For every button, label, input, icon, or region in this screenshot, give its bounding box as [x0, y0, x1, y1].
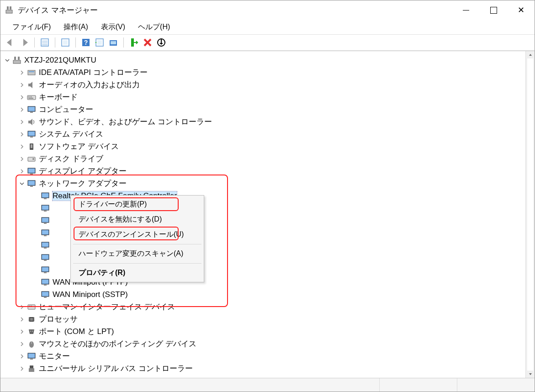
properties-button[interactable] [59, 36, 72, 49]
speaker-icon [27, 118, 36, 126]
svg-rect-50 [44, 223, 47, 224]
svg-rect-65 [44, 285, 47, 286]
expander-closed-icon[interactable] [19, 353, 25, 360]
tree-item-label: IDE ATA/ATAPI コントローラー [39, 67, 148, 78]
close-button[interactable]: ✕ [507, 0, 535, 20]
tree-item-mouse[interactable]: マウスとそのほかのポインティング デバイス [3, 338, 525, 350]
svg-rect-2 [6, 10, 12, 13]
tree-item-computer[interactable]: コンピューター [3, 103, 525, 116]
expander-closed-icon[interactable] [19, 94, 25, 101]
ctx-properties[interactable]: プロパティ(R) [72, 265, 202, 281]
enable-device-button[interactable] [127, 36, 140, 49]
svg-rect-30 [28, 132, 35, 136]
menu-view[interactable]: 表示(V) [95, 21, 132, 34]
maximize-button[interactable] [480, 0, 507, 20]
device-manager-icon [5, 6, 13, 14]
list-view-button[interactable] [38, 36, 51, 49]
expander-closed-icon[interactable] [19, 119, 25, 125]
expander-open-icon[interactable] [19, 180, 25, 187]
network-adapter-icon [41, 266, 50, 274]
tree-item-network-sstp[interactable]: WAN Miniport (SSTP) [3, 288, 525, 301]
disk-drive-icon [27, 155, 36, 163]
tree-item-software[interactable]: ソフトウェア デバイス [3, 140, 525, 153]
menu-help[interactable]: ヘルプ(H) [132, 21, 176, 34]
tree-item-audio[interactable]: オーディオの入力および出力 [3, 79, 525, 91]
processor-icon [27, 315, 36, 323]
tree-item-disk[interactable]: ディスク ドライブ [3, 153, 525, 165]
ctx-scan-hardware[interactable]: ハードウェア変更のスキャン(A) [72, 246, 202, 261]
tree-item-label: ディスプレイ アダプター [39, 166, 127, 176]
svg-rect-56 [44, 248, 47, 249]
disable-device-button[interactable] [155, 36, 168, 49]
help-button[interactable]: ? [79, 36, 92, 49]
expander-closed-icon[interactable] [19, 106, 25, 113]
expander-closed-icon[interactable] [19, 341, 25, 347]
tree-item-processor[interactable]: プロセッサ [3, 313, 525, 325]
expander-open-icon[interactable] [4, 57, 11, 64]
tree-item-monitor[interactable]: モニター [3, 350, 525, 362]
network-adapter-icon [41, 204, 50, 212]
update-driver-button[interactable] [107, 36, 120, 49]
back-button[interactable] [4, 36, 17, 49]
tree-item-usb[interactable]: ユニバーサル シリアル バス コントローラー [3, 362, 525, 375]
tree-item-system[interactable]: システム デバイス [3, 128, 525, 140]
expander-closed-icon[interactable] [19, 328, 25, 335]
tree-item-ide[interactable]: IDE ATA/ATAPI コントローラー [3, 66, 525, 79]
expander-closed-icon[interactable] [19, 143, 25, 150]
svg-rect-16 [14, 57, 16, 60]
svg-rect-44 [44, 198, 47, 199]
tree-item-label: ポート (COM と LPT) [39, 326, 114, 337]
tree-item-ports[interactable]: ポート (COM と LPT) [3, 325, 525, 338]
toolbar: ? [0, 34, 535, 51]
svg-rect-17 [18, 57, 20, 60]
svg-point-35 [32, 158, 34, 160]
svg-rect-21 [27, 95, 36, 100]
svg-rect-3 [41, 39, 48, 46]
menubar: ファイル(F) 操作(A) 表示(V) ヘルプ(H) [0, 20, 535, 34]
tree-item-sound[interactable]: サウンド、ビデオ、およびゲーム コントローラー [3, 116, 525, 128]
minimize-button[interactable] [452, 0, 480, 20]
expander-closed-icon[interactable] [19, 69, 25, 76]
expander-closed-icon[interactable] [19, 82, 25, 88]
scroll-down-button[interactable] [526, 371, 535, 378]
expander-closed-icon[interactable] [19, 304, 25, 310]
tree-item-display[interactable]: ディスプレイ アダプター [3, 165, 525, 177]
network-adapter-icon [41, 278, 50, 286]
network-adapter-icon [41, 291, 50, 299]
ctx-disable-device[interactable]: デバイスを無効にする(D) [72, 212, 202, 227]
tree-item-keyboard[interactable]: キーボード [3, 91, 525, 103]
svg-rect-67 [42, 292, 48, 296]
expander-closed-icon[interactable] [19, 316, 25, 323]
keyboard-icon [27, 93, 36, 101]
tree-item-network[interactable]: ネットワーク アダプター [3, 177, 525, 190]
svg-rect-1 [10, 6, 11, 10]
ctx-uninstall-device[interactable]: デバイスのアンインストール(U) [72, 227, 202, 242]
tree-item-hid[interactable]: ヒューマン インターフェイス デバイス [3, 301, 525, 313]
ctx-update-driver[interactable]: ドライバーの更新(P) [72, 197, 202, 212]
usb-controller-icon [27, 365, 36, 373]
software-device-icon [27, 143, 36, 151]
tree-item-label: キーボード [39, 92, 78, 102]
expander-closed-icon[interactable] [19, 168, 25, 175]
device-tree[interactable]: XTZJ-2021QUMKTU IDE ATA/ATAPI コントローラー オー… [0, 51, 525, 378]
svg-rect-24 [31, 96, 32, 97]
svg-rect-23 [30, 96, 31, 97]
forward-button[interactable] [18, 36, 31, 49]
scroll-up-button[interactable] [526, 51, 535, 58]
tree-root[interactable]: XTZJ-2021QUMKTU [3, 54, 525, 66]
tree-root-label: XTZJ-2021QUMKTU [24, 56, 96, 65]
menu-file[interactable]: ファイル(F) [6, 21, 57, 34]
vertical-scrollbar[interactable] [525, 51, 535, 378]
expander-closed-icon[interactable] [19, 366, 25, 372]
svg-rect-28 [30, 112, 33, 113]
context-menu: ドライバーの更新(P) デバイスを無効にする(D) デバイスのアンインストール(… [70, 195, 204, 282]
expander-closed-icon[interactable] [19, 131, 25, 138]
uninstall-device-button[interactable] [141, 36, 154, 49]
expander-closed-icon[interactable] [19, 156, 25, 162]
scrollbar-thumb[interactable] [527, 58, 533, 371]
menu-action[interactable]: 操作(A) [57, 21, 94, 34]
svg-text:?: ? [84, 39, 88, 46]
svg-rect-49 [42, 218, 48, 222]
scan-hardware-button[interactable] [93, 36, 106, 49]
ports-icon [27, 328, 36, 336]
